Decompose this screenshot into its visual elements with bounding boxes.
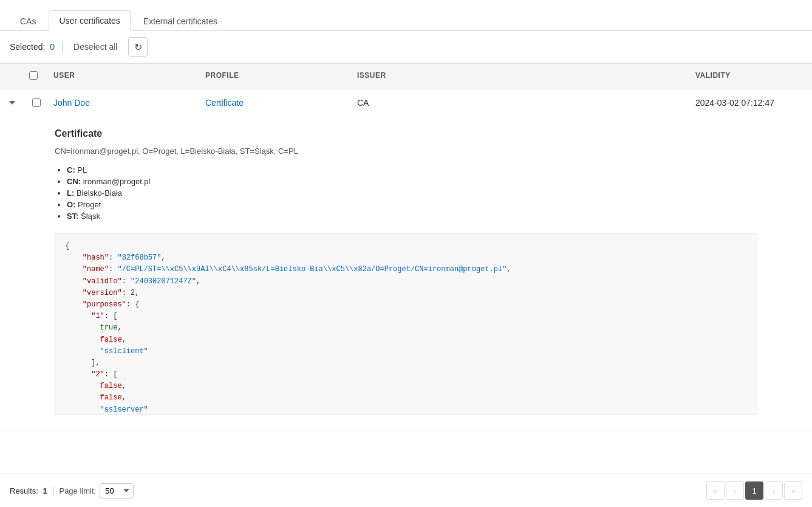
table-header: USER PROFILE ISSUER VALIDITY	[0, 63, 812, 89]
row-checkbox-cell	[24, 96, 49, 109]
th-user: USER	[49, 69, 200, 84]
detail-cn: CN=ironman@proget.pl, O=Proget, L=Bielsk…	[55, 147, 757, 156]
selected-count: 0	[50, 42, 55, 52]
expand-cell[interactable]	[0, 98, 24, 107]
list-item: CN: ironman@proget.pl	[67, 177, 757, 186]
refresh-icon: ↻	[134, 41, 142, 53]
tab-external-certs[interactable]: External certificates	[133, 11, 228, 31]
table-container: USER PROFILE ISSUER VALIDITY John Doe Ce…	[0, 63, 812, 430]
toolbar-divider	[62, 41, 63, 53]
th-expand	[0, 69, 24, 84]
toolbar: Selected: 0 Deselect all ↻	[0, 31, 812, 63]
chevron-down-icon	[9, 101, 15, 105]
user-cell: John Doe	[49, 95, 200, 110]
th-validity: VALIDITY	[691, 69, 812, 84]
list-item: O: Proget	[67, 200, 757, 209]
th-issuer: ISSUER	[352, 69, 691, 84]
json-box[interactable]: { "hash": "82f68b57", "name": "/C=PL/ST=…	[55, 233, 757, 415]
tabs-bar: CAs User certificates External certifica…	[0, 0, 812, 31]
select-all-checkbox[interactable]	[29, 71, 38, 80]
detail-title: Certificate	[55, 128, 757, 139]
user-link[interactable]: John Doe	[53, 98, 90, 108]
expanded-detail: Certificate CN=ironman@proget.pl, O=Prog…	[0, 116, 812, 430]
profile-cell[interactable]: Certificate	[200, 95, 352, 110]
list-item: ST: Śląsk	[67, 212, 757, 221]
tab-user-certs[interactable]: User certificates	[49, 10, 130, 31]
detail-field-list: C: PL CN: ironman@proget.pl L: Bielsko-B…	[55, 165, 757, 221]
deselect-all-button[interactable]: Deselect all	[70, 41, 121, 53]
list-item: C: PL	[67, 165, 757, 174]
table-row: John Doe Certificate CA 2024-03-02 07:12…	[0, 89, 812, 116]
th-checkbox	[24, 69, 49, 84]
table-row-container: John Doe Certificate CA 2024-03-02 07:12…	[0, 89, 812, 430]
issuer-cell: CA	[352, 95, 691, 110]
tab-cas[interactable]: CAs	[10, 11, 46, 31]
refresh-button[interactable]: ↻	[128, 37, 148, 57]
selected-label: Selected: 0	[10, 42, 55, 52]
list-item: L: Bielsko-Biała	[67, 188, 757, 198]
th-profile: PROFILE	[200, 69, 352, 84]
row-checkbox[interactable]	[32, 98, 41, 107]
validity-cell: 2024-03-02 07:12:47	[691, 95, 812, 110]
